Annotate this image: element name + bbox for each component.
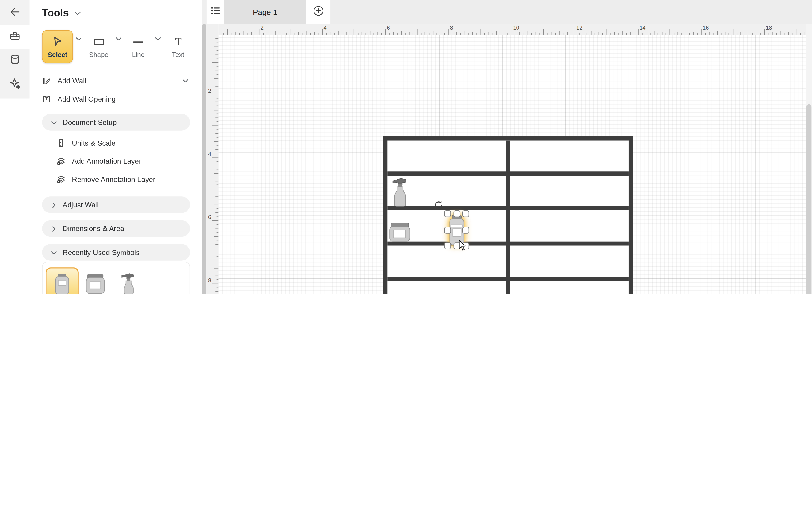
ruler-tick [520,32,520,35]
units-scale-button[interactable]: Units & Scale [42,136,190,150]
remove-annotation-layer-label: Remove Annotation Layer [72,175,155,183]
rail-item-database[interactable] [0,49,30,73]
ruler-tick [216,137,219,138]
add-wall-label: Add Wall [57,77,86,85]
ruler-tick [685,31,686,35]
ruler-tick [630,32,631,35]
rotate-handle-icon[interactable] [433,200,443,211]
sidebar-scrollbar[interactable] [202,0,207,294]
recent-symbol-spray-bottle[interactable] [112,267,145,294]
rail-item-toolbox[interactable] [0,25,30,49]
ruler-tick [697,33,698,35]
ruler-tick [405,33,405,35]
add-wall-opening-button[interactable]: Add Wall Opening [42,92,190,106]
ruler-tick [314,32,315,35]
ruler-tick [216,54,218,55]
text-icon: T [171,35,185,49]
add-page-button[interactable] [306,0,330,24]
left-rail: ? [0,0,30,294]
ruler-tick [784,33,785,35]
ruler-tick [255,33,255,35]
adjust-wall-label: Adjust Wall [62,201,99,209]
ruler-tick [216,86,218,87]
ruler-tick [563,33,564,35]
adjust-wall-section[interactable]: Adjust Wall [42,196,190,213]
shape-tool-button[interactable]: Shape [85,30,113,63]
page-tab-bar: Page 1 [207,0,812,24]
ruler-tick [216,291,218,292]
tools-sidebar: Tools Select Shape Line T Text [30,0,202,294]
back-button[interactable] [0,1,30,25]
document-setup-header[interactable]: Document Setup [42,114,190,130]
h-ruler-label: 8 [450,24,453,31]
wall-pen-icon [42,76,51,85]
ruler-tick [457,32,457,35]
page-list-button[interactable] [207,0,224,24]
selection-handle[interactable] [463,226,469,233]
ruler-tick [216,70,218,71]
shelving-unit[interactable] [383,136,633,294]
ruler-tick [772,32,773,35]
text-tool-button[interactable]: T Text [164,30,192,63]
selection-handle[interactable] [444,226,451,233]
ruler-tick [243,31,244,35]
ruler-tick [338,31,338,35]
recent-symbol-tall-jar[interactable] [46,267,79,294]
canvas-symbol-wide-jar[interactable] [389,223,410,241]
ruler-tick [216,248,219,248]
rail-item-sparkles[interactable] [0,73,30,96]
ruler-tick [283,32,283,35]
shape-dropdown-icon[interactable] [114,33,123,43]
selection-handle[interactable] [453,210,460,217]
add-annotation-layer-button[interactable]: Add Annotation Layer [42,154,190,168]
add-annotation-layer-label: Add Annotation Layer [72,157,141,165]
select-cursor-icon [51,35,64,49]
shelf-divider [506,140,510,294]
page-tab-label: Page 1 [253,7,277,16]
add-wall-button[interactable]: Add Wall [42,74,190,88]
app-window: ? Tools Select Shape Line T [0,0,812,294]
ruler-tick [425,32,425,35]
selection-handle[interactable] [444,243,451,249]
select-dropdown-icon[interactable] [74,33,84,43]
selection-handle[interactable] [463,210,469,217]
line-icon [132,35,145,49]
ruler-tick [752,33,753,35]
line-dropdown-icon[interactable] [154,33,163,43]
ruler-tick [761,33,761,35]
ruler-tick [634,33,635,35]
tab-page-1[interactable]: Page 1 [224,0,306,24]
canvas-symbol-spray-bottle[interactable] [392,177,409,207]
ruler-tick [214,204,219,205]
tools-chevron-down-icon[interactable] [73,9,82,18]
h-ruler-label: 4 [324,24,327,31]
ruler-tick [216,82,219,82]
ruler-tick [214,268,219,268]
ruler-tick [216,276,218,276]
add-wall-chevron-icon[interactable] [181,76,190,85]
units-scale-label: Units & Scale [72,139,115,147]
sparkles-icon [9,77,21,92]
ruler-tick [512,29,512,35]
ruler-tick [776,33,777,35]
toolbox-icon [9,30,21,44]
ruler-tick [468,33,469,35]
ruler-tick [322,29,323,35]
vertical-scrollbar[interactable] [806,24,812,294]
remove-annotation-layer-button[interactable]: Remove Annotation Layer [42,172,190,186]
ruler-tick [460,33,461,35]
dimensions-area-section[interactable]: Dimensions & Area [42,220,190,237]
h-ruler-label: 10 [513,24,519,31]
recent-symbol-wide-jar[interactable] [79,267,112,294]
ruler-tick [212,94,219,94]
drawing-canvas[interactable] [219,35,812,294]
ruler-tick [524,33,524,35]
line-tool-button[interactable]: Line [124,30,152,63]
ruler-tick [768,33,769,35]
selection-handle[interactable] [444,210,451,217]
ruler-tick [662,32,662,35]
select-tool-button[interactable]: Select [42,30,73,63]
ruler-tick [216,184,219,185]
recently-used-section[interactable]: Recently Used Symbols [42,244,190,260]
ruler-tick [571,33,571,35]
